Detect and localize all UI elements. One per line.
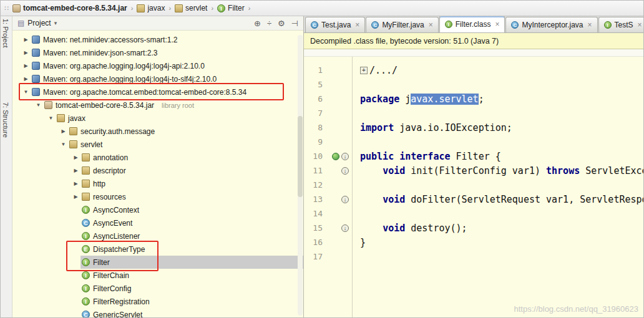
- chevron-down-icon[interactable]: ▾: [54, 20, 57, 26]
- gutter-line: 11↓: [304, 163, 352, 178]
- globe-marker-icon[interactable]: [332, 153, 339, 160]
- expand-arrow-icon[interactable]: ▶: [71, 194, 80, 200]
- expand-arrow-icon[interactable]: ▶: [21, 37, 31, 42]
- expand-arrow-icon[interactable]: ▶: [71, 181, 80, 186]
- hide-panel-icon[interactable]: ⊣: [291, 19, 298, 28]
- tree-row[interactable]: ▶Maven: net.minidev:accessors-smart:1.2: [12, 33, 303, 46]
- tree-row[interactable]: IAsyncContext: [12, 203, 303, 216]
- ide-window: ∷ tomcat-embed-core-8.5.34.jar›javax›ser…: [0, 0, 644, 318]
- tree-row[interactable]: ▼Maven: org.apache.tomcat.embed:tomcat-e…: [12, 85, 303, 99]
- implemented-marker-icon[interactable]: ↓: [341, 153, 349, 160]
- editor-gutter: 15678910↓11↓1213↓1415↓1617: [304, 57, 353, 317]
- decompile-notification-text: Decompiled .class file, bytecode version…: [310, 37, 499, 46]
- tree-row[interactable]: ▼tomcat-embed-core-8.5.34.jarlibrary roo…: [12, 99, 303, 112]
- breadcrumb-item[interactable]: IFilter: [217, 4, 245, 12]
- expand-arrow-icon[interactable]: ▶: [21, 63, 31, 69]
- code-text: [360, 194, 383, 205]
- fold-expand-icon[interactable]: +: [360, 67, 368, 74]
- tree-row[interactable]: CAsyncEvent: [12, 216, 303, 229]
- expand-arrow-icon[interactable]: ▶: [21, 50, 31, 55]
- project-panel-title[interactable]: Project: [27, 19, 51, 27]
- breadcrumb-item[interactable]: tomcat-embed-core-8.5.34.jar: [12, 4, 127, 12]
- editor-tab[interactable]: CTest.java×: [305, 17, 365, 32]
- tool-window-button-project[interactable]: 1: Project: [2, 19, 9, 47]
- settings-icon[interactable]: ⚙: [278, 19, 285, 28]
- gutter-line: 9: [304, 135, 352, 149]
- package-icon: [175, 4, 183, 12]
- project-scrollbar-thumb[interactable]: [298, 116, 303, 197]
- tree-item-label: Maven: net.minidev:json-smart:2.3: [43, 49, 157, 57]
- line-number: 11: [304, 166, 323, 175]
- implemented-marker-icon[interactable]: ↓: [341, 167, 349, 175]
- editor-tab[interactable]: IFilter.class×: [439, 16, 505, 32]
- locate-icon[interactable]: ⊕: [254, 19, 261, 28]
- tree-row[interactable]: IFilter: [12, 256, 303, 269]
- editor-tab[interactable]: CMyInterceptor.java×: [505, 17, 597, 32]
- tree-row[interactable]: ▶Maven: org.apache.logging.log4j:log4j-a…: [12, 59, 303, 72]
- tree-row[interactable]: ▶security.auth.message: [12, 125, 303, 138]
- code-line: void doFilter(ServletRequest var1, Servl…: [360, 192, 643, 206]
- close-tab-icon[interactable]: ×: [638, 21, 642, 29]
- code-editor[interactable]: 15678910↓11↓1213↓1415↓1617 +/.../package…: [304, 57, 643, 317]
- close-tab-icon[interactable]: ×: [588, 21, 592, 29]
- tree-row[interactable]: ▶annotation: [12, 151, 303, 164]
- editor-tab[interactable]: ITestS×: [598, 17, 643, 32]
- implemented-marker-icon[interactable]: ↓: [341, 196, 349, 203]
- tree-row[interactable]: CGenericServlet: [12, 308, 303, 317]
- package-icon: [82, 166, 90, 175]
- close-tab-icon[interactable]: ×: [429, 21, 433, 29]
- gutter-line: 6: [304, 92, 352, 106]
- breadcrumb: ∷ tomcat-embed-core-8.5.34.jar›javax›ser…: [1, 1, 643, 16]
- tree-row[interactable]: ▼servlet: [12, 138, 303, 151]
- tree-row-body: CGenericServlet: [80, 308, 303, 317]
- tree-row[interactable]: ▼javax: [12, 112, 303, 125]
- package-icon: [69, 140, 77, 148]
- collapse-arrow-icon[interactable]: ▼: [59, 142, 68, 147]
- code-text: /.../: [369, 65, 398, 76]
- collapse-arrow-icon[interactable]: ▼: [46, 115, 56, 121]
- collapse-arrow-icon[interactable]: ▼: [34, 102, 43, 108]
- tree-row[interactable]: ▶http: [12, 177, 303, 190]
- code-line: public interface Filter {: [360, 149, 643, 163]
- expand-arrow-icon[interactable]: ▶: [59, 128, 68, 134]
- tree-row[interactable]: IFilterRegistration: [12, 295, 303, 308]
- tree-row[interactable]: EDispatcherType: [12, 243, 303, 256]
- selected-text: avax.servlet: [411, 94, 478, 105]
- tool-window-button-structure[interactable]: 7: Structure: [2, 102, 9, 138]
- code-line: [360, 106, 643, 120]
- tree-row[interactable]: IFilterConfig: [12, 282, 303, 295]
- code-line: [360, 77, 643, 92]
- expand-arrow-icon[interactable]: ▶: [71, 155, 80, 160]
- breadcrumb-item[interactable]: servlet: [175, 4, 207, 12]
- collapse-arrow-icon[interactable]: ▼: [21, 89, 31, 95]
- tree-row[interactable]: ▶Maven: net.minidev:json-smart:2.3: [12, 46, 303, 59]
- project-panel-icon: ▤: [17, 19, 24, 27]
- expand-arrow-icon[interactable]: ▶: [71, 168, 80, 173]
- tab-label: MyFilter.java: [382, 21, 424, 29]
- class-icon: C: [82, 219, 90, 227]
- interface-icon: I: [82, 297, 90, 306]
- tree-row[interactable]: IAsyncListener: [12, 229, 303, 243]
- tree-row-body: http: [80, 177, 303, 190]
- tree-row[interactable]: ▶Maven: org.apache.logging.log4j:log4j-t…: [12, 72, 303, 85]
- package-icon: [82, 193, 90, 201]
- close-tab-icon[interactable]: ×: [495, 20, 499, 29]
- package-icon: [69, 127, 77, 135]
- tree-row[interactable]: ▶resources: [12, 190, 303, 203]
- tree-item-label: Maven: org.apache.tomcat.embed:tomcat-em…: [43, 88, 246, 97]
- main-area: 1: Project 7: Structure ▤ Project ▾ ⊕ ÷ …: [1, 16, 643, 317]
- interface-icon: I: [217, 4, 225, 12]
- breadcrumb-item[interactable]: javax: [137, 4, 165, 12]
- tree-row[interactable]: IFilterChain: [12, 269, 303, 282]
- implemented-marker-icon[interactable]: ↓: [341, 224, 349, 232]
- gutter-line: 12: [304, 178, 352, 192]
- project-tree: ▶Maven: net.minidev:accessors-smart:1.2▶…: [12, 31, 303, 317]
- close-tab-icon[interactable]: ×: [355, 21, 359, 29]
- editor-tab[interactable]: CMyFilter.java×: [366, 17, 438, 32]
- tree-row[interactable]: ▶descriptor: [12, 164, 303, 177]
- tree-row-body: IFilterRegistration: [80, 295, 303, 308]
- tree-row-body: descriptor: [80, 164, 303, 177]
- decompile-notification: Decompiled .class file, bytecode version…: [304, 33, 643, 49]
- expand-arrow-icon[interactable]: ▶: [21, 76, 31, 82]
- collapse-all-icon[interactable]: ÷: [267, 19, 271, 28]
